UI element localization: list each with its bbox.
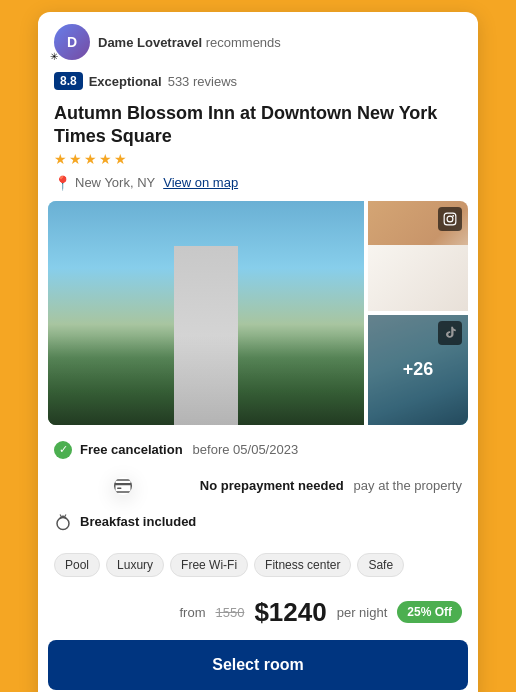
photos-count[interactable]: +26 [368,315,468,425]
recommender-text: Dame Lovetravel recommends [98,35,281,50]
perk-cancelation-label: Free cancelation [80,442,183,457]
avatar: D [54,24,90,60]
rating-score: 8.8 [54,72,83,90]
recommender-row: D ✳ Dame Lovetravel recommends [38,12,478,68]
photo-top-right[interactable] [368,201,468,311]
perks-section: ✓ Free cancelation before 05/05/2023 No … [38,437,478,547]
photo-main[interactable] [48,201,364,425]
perk-breakfast-label: Breakfast included [80,514,196,529]
tag-wifi[interactable]: Free Wi-Fi [170,553,248,577]
star-3: ★ [84,151,97,167]
recommender-action: recommends [206,35,281,50]
photo-main-inner [48,201,364,425]
svg-point-6 [57,517,69,529]
price-original: 1550 [215,605,244,620]
svg-rect-3 [115,480,132,492]
photo-bottom-right[interactable]: +26 [368,315,468,425]
perk-prepayment: No prepayment needed pay at the property [54,465,462,507]
hotel-name: Autumn Blossom Inn at Downtown New York … [54,102,462,149]
tag-fitness[interactable]: Fitness center [254,553,351,577]
perk-cancelation-sub: before 05/05/2023 [193,442,299,457]
star-5: ★ [114,151,127,167]
select-room-button[interactable]: Select room [48,640,468,690]
price-per-night: per night [337,605,388,620]
price-from-label: from [179,605,205,620]
view-map-link[interactable]: View on map [163,175,238,190]
rating-row: 8.8 Exceptional 533 reviews [38,68,478,98]
price-section: from 1550 $1240 per night 25% Off [38,589,478,640]
tag-luxury[interactable]: Luxury [106,553,164,577]
location-pin-icon: 📍 [54,175,71,191]
tags-row: Pool Luxury Free Wi-Fi Fitness center Sa… [38,547,478,589]
perk-breakfast: Breakfast included [54,513,462,531]
perk-prepayment-sub: pay at the property [354,478,462,493]
perk-cancelation: ✓ Free cancelation before 05/05/2023 [54,441,462,459]
breakfast-icon [54,513,72,531]
recommender-name: Dame Lovetravel [98,35,202,50]
svg-rect-4 [115,483,132,485]
hotel-card: D ✳ Dame Lovetravel recommends 8.8 Excep… [38,12,478,692]
svg-rect-0 [444,213,456,225]
discount-badge: 25% Off [397,601,462,623]
perk-prepayment-label: No prepayment needed [200,478,344,493]
card-icon [114,477,132,495]
location-text: New York, NY [75,175,155,190]
star-4: ★ [99,151,112,167]
tag-pool[interactable]: Pool [54,553,100,577]
rating-label: Exceptional [89,74,162,89]
star-1: ★ [54,151,67,167]
star-2: ★ [69,151,82,167]
svg-rect-5 [117,487,122,489]
svg-point-1 [447,216,453,222]
instagram-icon [438,207,462,231]
recommender-badge-icon: ✳ [50,51,58,62]
price-main: $1240 [254,597,326,628]
avatar-initial: D [67,34,77,50]
tag-safe[interactable]: Safe [357,553,404,577]
avatar-wrapper: D ✳ [54,24,90,60]
hotel-name-row: Autumn Blossom Inn at Downtown New York … [38,98,478,151]
photos-grid[interactable]: +26 [48,201,468,425]
rating-reviews: 533 reviews [168,74,237,89]
stars-row: ★ ★ ★ ★ ★ [38,151,478,173]
svg-point-2 [452,215,454,217]
check-icon: ✓ [54,441,72,459]
location-row: 📍 New York, NY View on map [38,173,478,201]
